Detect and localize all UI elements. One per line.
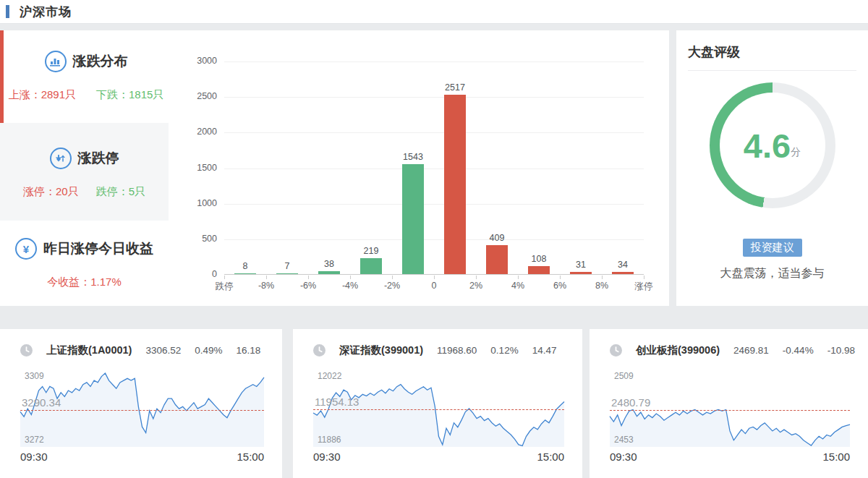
preclose-label: 2480.79 <box>611 396 650 409</box>
x-axis-tick-label: 涨停 <box>635 281 653 293</box>
yuan-icon: ¥ <box>15 238 37 260</box>
bar-value-label: 31 <box>560 260 602 270</box>
advice-text: 大盘震荡，适当参与 <box>676 266 868 281</box>
bar <box>402 164 424 274</box>
y-axis-tick-label: 1500 <box>174 163 217 173</box>
section-title: 涨跌停 <box>78 149 119 168</box>
gridline <box>224 239 644 240</box>
decliners-stat: 下跌：1815只 <box>96 88 163 102</box>
index-card-chinext[interactable]: 创业板指(399006) 2469.81 -0.44% -10.98 2509 … <box>590 329 868 478</box>
section-title: 涨跌分布 <box>73 52 128 71</box>
intraday-line-chart: 2509 2480.79 2453 <box>610 372 850 447</box>
page-header: 沪深市场 <box>0 0 868 24</box>
index-card-header: 创业板指(399006) 2469.81 -0.44% -10.98 <box>590 329 868 357</box>
investment-advice-button[interactable]: 投资建议 <box>743 239 802 257</box>
market-rating-card: 大盘评级 4.6 分 投资建议 大盘震荡，适当参与 <box>676 30 868 306</box>
index-card-header: 上证指数(1A0001) 3306.52 0.49% 16.18 <box>0 329 282 357</box>
sidebar-item-limit-updown[interactable]: 涨跌停 涨停：20只 跌停：5只 <box>0 123 169 221</box>
rating-gauge: 4.6 分 <box>710 82 835 208</box>
index-price: 11968.60 <box>437 345 477 356</box>
bar <box>276 273 298 274</box>
bar-value-label: 34 <box>602 260 644 270</box>
market-dashboard: 沪深市场 涨跌分布 上涨：2891只 下跌：1815只 <box>0 0 868 478</box>
intraday-line-chart: 3309 3290.34 3272 <box>20 372 264 447</box>
y-axis-tick-label: 3000 <box>174 56 217 66</box>
index-name: 深证指数(399001) <box>339 343 423 357</box>
index-change-pct: -0.44% <box>783 345 814 356</box>
bar <box>612 272 634 274</box>
gridline <box>224 204 644 205</box>
x-axis-tick-label: 6% <box>553 281 566 291</box>
y-axis-tick-label: 0 <box>174 269 217 279</box>
gauge-center: 4.6 分 <box>720 93 825 198</box>
index-name: 上证指数(1A0001) <box>46 343 132 357</box>
bar-value-label: 1543 <box>392 152 434 162</box>
bar <box>444 95 466 274</box>
intraday-line-chart: 12022 11954.13 11886 <box>313 372 564 447</box>
bar-value-label: 38 <box>308 259 350 269</box>
y-axis-tick-label: 500 <box>174 234 217 244</box>
preclose-label: 11954.13 <box>315 396 359 408</box>
x-axis-tick <box>392 276 393 279</box>
limit-down-stat: 跌停：5只 <box>96 185 145 199</box>
x-axis-tick-label: 2% <box>469 281 482 291</box>
section-title: 昨日涨停今日收益 <box>43 239 153 258</box>
preclose-reference-line <box>20 410 264 411</box>
index-card-header: 深证指数(399001) 11968.60 0.12% 14.47 <box>293 329 582 357</box>
gridline <box>224 168 644 169</box>
bar-value-label: 2517 <box>434 82 476 93</box>
divider <box>688 70 856 71</box>
clock-icon <box>313 344 326 357</box>
sidebar-item-updown-distribution[interactable]: 涨跌分布 上涨：2891只 下跌：1815只 <box>0 30 169 123</box>
bar <box>318 271 340 274</box>
time-open: 09:30 <box>610 451 637 463</box>
market-stats-sidebar: 涨跌分布 上涨：2891只 下跌：1815只 <box>0 30 169 306</box>
bar-value-label: 409 <box>476 233 518 243</box>
index-card-shanghai[interactable]: 上证指数(1A0001) 3306.52 0.49% 16.18 3309 32… <box>0 329 282 478</box>
bar <box>234 273 256 274</box>
index-change: 14.47 <box>532 345 557 356</box>
index-card-shenzhen[interactable]: 深证指数(399001) 11968.60 0.12% 14.47 12022 … <box>293 329 582 478</box>
time-open: 09:30 <box>313 451 341 463</box>
limit-up-stat: 涨停：20只 <box>23 185 79 199</box>
y-axis-tick-label: 2000 <box>174 127 217 137</box>
x-axis-tick-label: -2% <box>384 281 400 291</box>
sidebar-item-yesterday-limit-return[interactable]: ¥ 昨日涨停今日收益 今收益：1.17% <box>0 221 169 306</box>
y-min-label: 2453 <box>614 435 634 445</box>
x-axis-tick <box>308 276 309 279</box>
index-price: 2469.81 <box>733 345 769 356</box>
bar-value-label: 219 <box>350 246 392 256</box>
x-axis-tick <box>350 276 351 279</box>
bar-value-label: 7 <box>266 261 308 271</box>
time-axis: 09:30 15:00 <box>313 451 564 463</box>
market-overview-card: 涨跌分布 上涨：2891只 下跌：1815只 <box>0 30 669 306</box>
index-price: 3306.52 <box>145 345 181 356</box>
preclose-reference-line <box>313 409 564 410</box>
x-axis-tick-label: -8% <box>258 281 274 291</box>
bar <box>528 266 550 274</box>
bar-value-label: 8 <box>224 261 266 271</box>
gridline <box>224 61 644 62</box>
bar <box>360 258 382 274</box>
x-axis-tick <box>644 276 644 279</box>
x-axis-tick-label: -6% <box>300 281 316 291</box>
x-axis-tick-label: 跌停 <box>216 281 234 293</box>
x-axis-tick <box>476 276 477 279</box>
page-title: 沪深市场 <box>20 4 72 20</box>
rating-unit: 分 <box>791 146 801 159</box>
x-axis-tick <box>518 276 519 279</box>
time-close: 15:00 <box>822 451 850 463</box>
advancers-stat: 上涨：2891只 <box>9 88 76 102</box>
index-change-pct: 0.12% <box>490 345 518 356</box>
y-max-label: 3309 <box>25 371 44 381</box>
index-change-pct: 0.49% <box>195 345 222 356</box>
x-axis-tick-label: 4% <box>511 281 524 291</box>
index-change: -10.98 <box>827 345 855 356</box>
time-axis: 09:30 15:00 <box>20 451 264 463</box>
clock-icon <box>610 344 622 357</box>
x-axis-tick <box>560 276 561 279</box>
preclose-reference-line <box>610 410 850 411</box>
x-axis-tick <box>266 276 267 279</box>
bar-chart-plot-area <box>224 61 644 275</box>
time-close: 15:00 <box>237 451 264 463</box>
